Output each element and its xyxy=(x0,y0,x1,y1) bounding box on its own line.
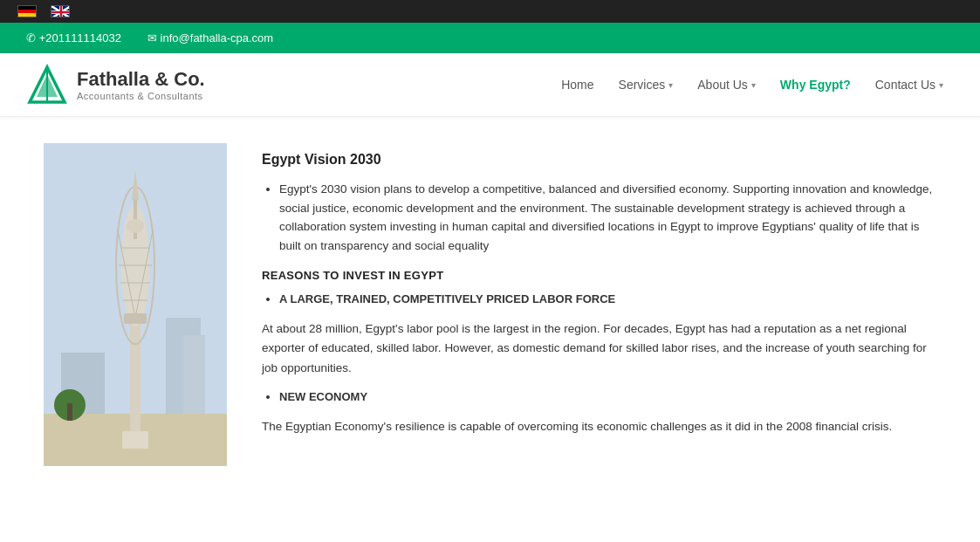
email-icon xyxy=(147,31,161,45)
nav-about-us[interactable]: About Us ▾ xyxy=(687,72,766,97)
svg-rect-17 xyxy=(122,431,148,449)
main-nav: Home Services ▾ About Us ▾ Why Egypt? Co… xyxy=(551,72,954,97)
logo[interactable]: Fathalla & Co. Accountants & Consultants xyxy=(26,64,205,106)
flag-german[interactable] xyxy=(17,5,37,17)
phone-number: +201111114032 xyxy=(26,31,121,45)
vision-bullet-list: Egypt's 2030 vision plans to develop a c… xyxy=(262,180,934,255)
new-economy-bullet-item: NEW ECONOMY xyxy=(279,388,934,407)
logo-text: Fathalla & Co. Accountants & Consultants xyxy=(77,68,205,101)
cairo-tower-image xyxy=(44,143,227,466)
why-egypt-content: Egypt Vision 2030 Egypt's 2030 vision pl… xyxy=(262,143,934,466)
svg-rect-16 xyxy=(67,403,72,421)
top-bar xyxy=(0,0,980,23)
new-economy-body-text: The Egyptian Economy's resilience is cap… xyxy=(262,417,934,436)
vision-bullet-item: Egypt's 2030 vision plans to develop a c… xyxy=(279,180,934,255)
svg-rect-12 xyxy=(183,335,205,422)
nav-contact-us[interactable]: Contact Us ▾ xyxy=(865,72,954,97)
email-address: info@fathalla-cpa.com xyxy=(147,31,273,45)
nav-services[interactable]: Services ▾ xyxy=(608,72,684,97)
svg-point-29 xyxy=(127,219,144,233)
labor-body-text: At about 28 million, Egypt's labor pool … xyxy=(262,319,934,378)
labor-bullet-list: A LARGE, TRAINED, COMPETITIVELY PRICED L… xyxy=(262,291,934,309)
reasons-heading: REASONS TO INVEST IN EGYPT xyxy=(262,269,934,282)
logo-tagline: Accountants & Consultants xyxy=(77,91,205,101)
flag-english[interactable] xyxy=(51,5,70,17)
services-chevron-icon: ▾ xyxy=(668,80,673,90)
labor-bullet-item: A LARGE, TRAINED, COMPETITIVELY PRICED L… xyxy=(279,291,934,309)
contact-bar: +201111114032 info@fathalla-cpa.com xyxy=(0,23,980,53)
logo-icon xyxy=(26,64,68,106)
contact-chevron-icon: ▾ xyxy=(939,80,943,90)
svg-rect-30 xyxy=(124,313,147,324)
about-chevron-icon: ▾ xyxy=(751,80,756,90)
egypt-vision-title: Egypt Vision 2030 xyxy=(262,152,934,168)
main-content: Egypt Vision 2030 Egypt's 2030 vision pl… xyxy=(0,117,960,492)
nav-why-egypt[interactable]: Why Egypt? xyxy=(770,72,861,97)
nav-home[interactable]: Home xyxy=(551,72,604,97)
logo-company-name: Fathalla & Co. xyxy=(77,68,205,91)
phone-icon xyxy=(26,31,39,45)
new-economy-bullet-list: NEW ECONOMY xyxy=(262,388,934,407)
site-header: Fathalla & Co. Accountants & Consultants… xyxy=(0,53,980,117)
